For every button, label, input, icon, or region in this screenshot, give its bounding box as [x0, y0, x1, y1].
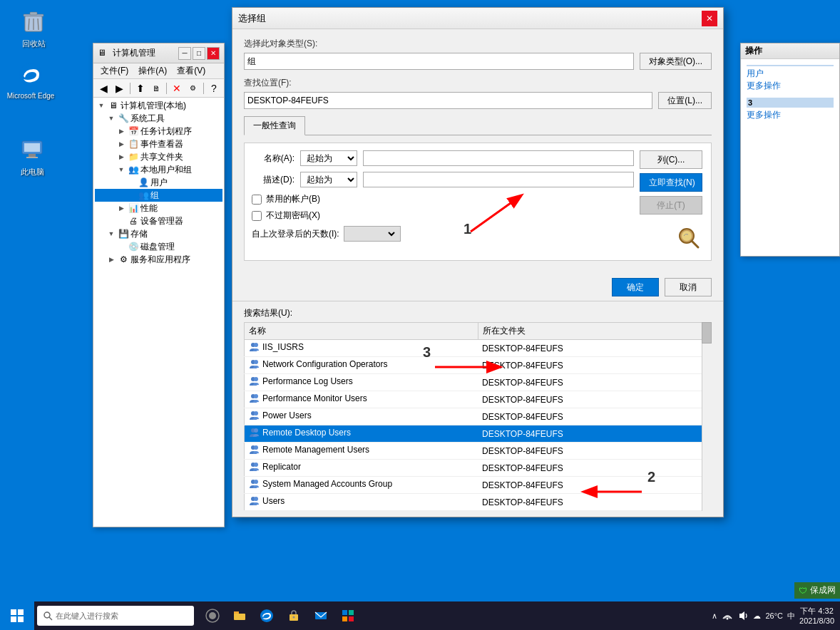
table-row[interactable]: ReplicatorDESKTOP-84FEUFS [245, 460, 712, 477]
taskbar-app-lock[interactable] [281, 603, 307, 629]
taskbar-app-mail[interactable] [308, 603, 334, 629]
tray-expand[interactable]: ∧ [712, 611, 717, 621]
days-select[interactable] [347, 227, 397, 241]
cm-minimize-btn[interactable]: ─ [178, 47, 191, 60]
table-row[interactable]: Performance Log UsersDESKTOP-84FEUFS [245, 374, 712, 391]
taskbar-app-files[interactable] [227, 603, 252, 629]
cm-delete-btn[interactable]: ✕ [170, 81, 184, 95]
tab-general-query[interactable]: 一般性查询 [244, 116, 305, 135]
dialog-tab-bar: 一般性查询 [244, 116, 712, 135]
table-row[interactable]: Power UsersDESKTOP-84FEUFS [245, 408, 712, 425]
desktop-icon-edge[interactable]: Microsoft Edge [6, 61, 56, 100]
row-name: Network Configuration Operators [245, 357, 478, 374]
cm-menu-action[interactable]: 操作(A) [134, 63, 171, 78]
search-now-btn[interactable]: 立即查找(N) [640, 173, 702, 192]
tree-node-device-manager[interactable]: ▶ 🖨 设备管理器 [95, 215, 222, 227]
tree-icon-local: 👥 [128, 164, 139, 175]
row-name: Performance Log Users [245, 374, 478, 391]
cm-forward-btn[interactable]: ▶ [112, 81, 126, 95]
name-text-input[interactable] [363, 150, 634, 166]
taskbar-start-btn[interactable] [0, 601, 34, 630]
checkbox-disabled-input[interactable] [252, 195, 262, 205]
cm-refresh-btn[interactable]: 🗎 [149, 81, 163, 95]
tray-temperature: 26°C [765, 611, 783, 620]
cm-back-btn[interactable]: ◀ [96, 81, 111, 95]
results-tbody: IIS_IUSRSDESKTOP-84FEUFS Network Configu… [245, 340, 712, 511]
col-name-header[interactable]: 名称 [245, 323, 478, 340]
tree-node-shared-folders[interactable]: ▶ 📁 共享文件夹 [95, 150, 222, 163]
results-container: 名称 所在文件夹 IIS_IUSRSDESKTOP-84FEUFS Networ… [244, 322, 712, 511]
cm-menu-view[interactable]: 查看(V) [173, 63, 210, 78]
taskbar-search[interactable]: 在此键入进行搜索 [37, 606, 194, 626]
tree-node-services[interactable]: ▶ ⚙ 服务和应用程序 [95, 253, 222, 266]
desktop-icon-this-pc[interactable]: 此电脑 [7, 135, 57, 177]
table-row[interactable]: Remote Management UsersDESKTOP-84FEUFS [245, 443, 712, 460]
location-input[interactable] [244, 92, 652, 109]
tree-node-storage[interactable]: ▼ 💾 存储 [95, 227, 222, 240]
dialog-close-btn[interactable]: ✕ [702, 11, 717, 26]
group-icon [249, 358, 260, 370]
tree-node-task-scheduler[interactable]: ▶ 📅 任务计划程序 [95, 125, 222, 138]
tree-node-system-tools[interactable]: ▼ 🔧 系统工具 [95, 112, 222, 125]
tree-node-event-viewer[interactable]: ▶ 📋 事件查看器 [95, 138, 222, 150]
right-panel-more-actions-link1[interactable]: 更多操作 [747, 79, 781, 92]
tree-icon-task: 📅 [128, 125, 139, 137]
stop-btn[interactable]: 停止(T) [640, 196, 702, 215]
cm-help-btn[interactable]: ? [207, 81, 221, 95]
svg-point-23 [254, 411, 258, 415]
cm-close-btn[interactable]: ✕ [207, 47, 220, 60]
name-label: 名称(A): [252, 153, 294, 165]
right-panel-group2-label: 3 [747, 98, 834, 108]
scrollbar-track[interactable] [702, 322, 712, 511]
taskbar-app-store[interactable] [335, 603, 361, 629]
search-icon-btn[interactable] [672, 222, 704, 253]
svg-point-46 [293, 616, 295, 619]
desc-select[interactable]: 起始为 [300, 172, 357, 187]
svg-rect-10 [26, 157, 38, 158]
right-panel-users-link[interactable]: 用户 [747, 67, 764, 80]
watermark-text: 保成网 [810, 584, 836, 597]
taskbar-tray: ∧ ☁ 26°C 中 下午 4:32 2021/8/30 [706, 606, 840, 626]
object-type-input[interactable] [244, 53, 634, 70]
table-row[interactable]: IIS_IUSRSDESKTOP-84FEUFS [245, 340, 712, 357]
cm-menu-file[interactable]: 文件(F) [96, 63, 133, 78]
cm-maximize-btn[interactable]: □ [193, 47, 205, 60]
scrollbar-thumb[interactable] [702, 322, 712, 344]
col-folder-header[interactable]: 所在文件夹 [478, 323, 712, 340]
cm-up-btn[interactable]: ⬆ [133, 81, 148, 95]
desktop-icon-recycle[interactable]: 回收站 [9, 7, 58, 49]
taskbar-app-edge[interactable] [254, 603, 280, 629]
tree-node-root[interactable]: ▼ 🖥 计算机管理(本地) [95, 99, 222, 112]
table-row[interactable]: Performance Monitor UsersDESKTOP-84FEUFS [245, 391, 712, 408]
table-row[interactable]: System Managed Accounts GroupDESKTOP-84F… [245, 477, 712, 494]
tree-node-groups[interactable]: ▶ 👥 组 [95, 189, 222, 202]
col-btn[interactable]: 列(C)... [640, 150, 702, 169]
tray-weather[interactable]: ☁ [753, 611, 761, 621]
row-name: Performance Monitor Users [245, 391, 478, 408]
cm-properties-btn[interactable]: ⚙ [185, 81, 200, 95]
tree-node-performance[interactable]: ▶ 📊 性能 [95, 202, 222, 215]
tree-node-disk-mgmt[interactable]: ▶ 💿 磁盘管理 [95, 240, 222, 253]
tree-expander-storage: ▼ [106, 229, 116, 239]
ok-btn[interactable]: 确定 [612, 278, 659, 296]
tree-node-users[interactable]: ▶ 👤 用户 [95, 176, 222, 189]
tree-node-local-users-groups[interactable]: ▼ 👥 本地用户和组 [95, 163, 222, 176]
svg-rect-36 [11, 616, 16, 622]
right-panel-more-actions-link2[interactable]: 更多操作 [747, 108, 781, 121]
taskbar-clock[interactable]: 下午 4:32 2021/8/30 [799, 606, 834, 626]
svg-rect-2 [30, 12, 37, 15]
desc-text-input[interactable] [363, 172, 634, 187]
table-row[interactable]: UsersDESKTOP-84FEUFS [245, 494, 712, 511]
object-type-btn[interactable]: 对象类型(O)... [640, 53, 712, 70]
checkbox-no-expire-input[interactable] [252, 211, 262, 221]
cancel-btn[interactable]: 取消 [665, 278, 712, 296]
location-btn[interactable]: 位置(L)... [658, 92, 712, 109]
row-folder: DESKTOP-84FEUFS [478, 374, 712, 391]
taskbar-app-cortana[interactable] [200, 603, 225, 629]
name-select[interactable]: 起始为 [300, 150, 357, 166]
table-row[interactable]: Network Configuration OperatorsDESKTOP-8… [245, 357, 712, 374]
days-label: 自上次登录后的天数(I): [252, 228, 339, 240]
tree-expander-root: ▼ [96, 100, 106, 110]
table-row[interactable]: Remote Desktop UsersDESKTOP-84FEUFS [245, 425, 712, 443]
right-panel-title: 操作 [745, 45, 762, 57]
